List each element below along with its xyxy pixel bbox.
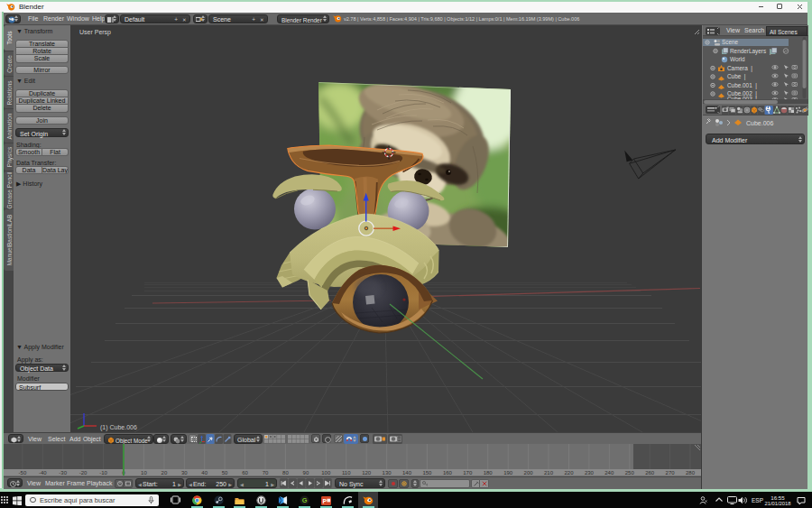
svg-text:130: 130 [383,470,392,476]
svg-text:240: 240 [604,470,614,476]
svg-text:200: 200 [524,470,534,476]
svg-text:270: 270 [666,470,676,476]
svg-text:-50: -50 [19,470,27,476]
svg-text:180: 180 [484,470,494,476]
svg-text:220: 220 [564,470,574,476]
svg-text:10: 10 [141,470,147,476]
svg-text:140: 140 [402,470,412,476]
svg-text:70: 70 [263,470,269,476]
svg-text:20: 20 [161,470,168,476]
svg-text:-20: -20 [79,470,88,476]
svg-text:50: 50 [222,470,228,476]
svg-text:280: 280 [686,470,696,476]
svg-text:90: 90 [303,470,309,476]
svg-text:230: 230 [585,470,595,476]
svg-text:-10: -10 [99,470,107,476]
svg-text:-30: -30 [59,470,67,476]
svg-text:210: 210 [544,470,554,476]
svg-text:260: 260 [645,470,655,476]
svg-text:160: 160 [443,470,453,476]
svg-text:60: 60 [242,470,248,476]
svg-text:100: 100 [321,470,331,476]
svg-text:110: 110 [342,470,351,476]
svg-text:G: G [302,496,308,504]
svg-text:-40: -40 [39,470,47,476]
svg-text:120: 120 [362,470,372,476]
svg-text:250: 250 [625,470,635,476]
svg-text:190: 190 [503,470,513,476]
svg-text:150: 150 [422,470,432,476]
svg-text:80: 80 [282,470,289,476]
svg-text:P: P [322,497,327,503]
svg-text:170: 170 [463,470,473,476]
svg-text:30: 30 [181,470,188,476]
svg-text:40: 40 [201,470,208,476]
